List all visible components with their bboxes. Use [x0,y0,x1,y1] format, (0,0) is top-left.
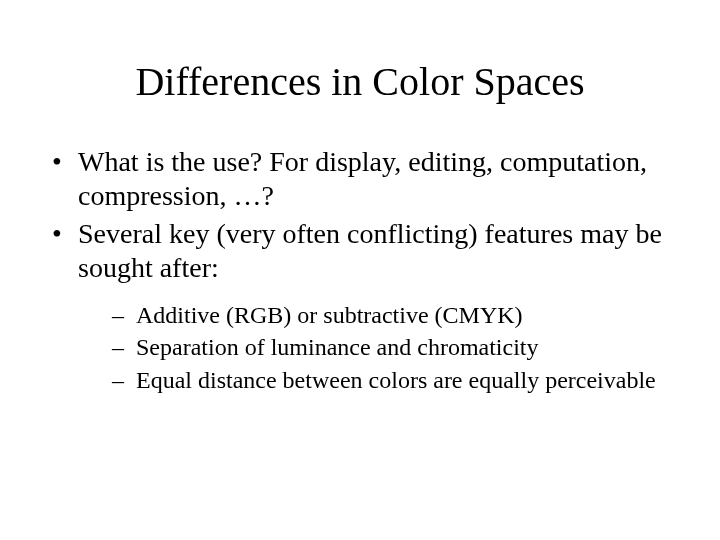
slide: Differences in Color Spaces What is the … [0,58,720,540]
sub-bullet-text: Additive (RGB) or subtractive (CMYK) [136,302,523,328]
slide-body: What is the use? For display, editing, c… [0,145,720,396]
list-item: Several key (very often conflicting) fea… [44,217,676,395]
slide-title: Differences in Color Spaces [0,58,720,105]
sub-bullet-list: Additive (RGB) or subtractive (CMYK) Sep… [78,300,676,396]
list-item: Additive (RGB) or subtractive (CMYK) [78,300,676,331]
bullet-text: What is the use? For display, editing, c… [78,146,647,211]
list-item: Equal distance between colors are equall… [78,365,676,396]
bullet-text: Several key (very often conflicting) fea… [78,218,662,283]
sub-bullet-text: Equal distance between colors are equall… [136,367,656,393]
list-item: Separation of luminance and chromaticity [78,332,676,363]
list-item: What is the use? For display, editing, c… [44,145,676,213]
bullet-list: What is the use? For display, editing, c… [44,145,676,396]
sub-bullet-text: Separation of luminance and chromaticity [136,334,539,360]
